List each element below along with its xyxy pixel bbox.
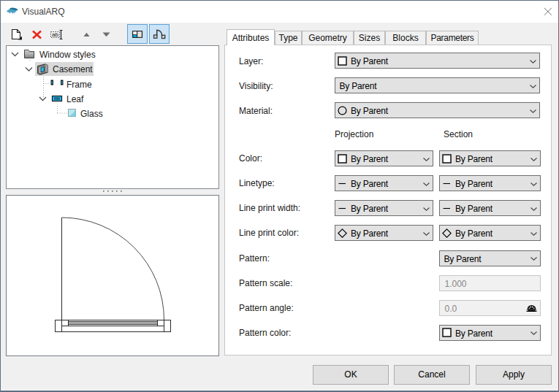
svg-text:Leaf: Leaf (66, 94, 84, 104)
svg-text:Frame: Frame (66, 80, 92, 90)
svg-text:ab: ab (52, 31, 58, 38)
svg-text:Window styles: Window styles (39, 50, 96, 60)
svg-text:Casement: Casement (53, 64, 93, 74)
svg-text:Glass: Glass (80, 109, 103, 119)
